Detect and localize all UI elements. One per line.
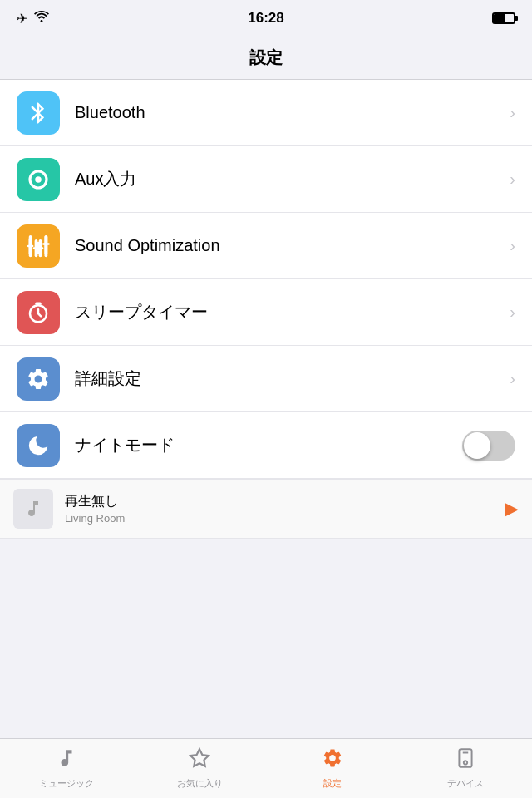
moon-icon bbox=[26, 433, 51, 458]
settings-item-aux[interactable]: Aux入力 › bbox=[0, 146, 532, 213]
aux-icon bbox=[26, 167, 51, 192]
play-button[interactable]: ▶ bbox=[505, 498, 519, 520]
toggle-knob bbox=[464, 432, 490, 459]
chevron-icon: › bbox=[510, 236, 515, 255]
settings-list: Bluetooth › Aux入力 › bbox=[0, 80, 532, 479]
advanced-label: 詳細設定 bbox=[75, 367, 510, 390]
wifi-icon bbox=[34, 11, 49, 26]
timer-icon bbox=[26, 300, 51, 325]
status-time: 16:28 bbox=[248, 10, 283, 27]
chevron-icon: › bbox=[510, 369, 515, 388]
airplane-icon: ✈ bbox=[17, 11, 27, 27]
now-playing-icon bbox=[13, 489, 53, 529]
tab-item-settings[interactable]: 設定 bbox=[266, 739, 399, 798]
battery-icon bbox=[492, 12, 515, 24]
now-playing-text: 再生無し Living Room bbox=[65, 493, 505, 525]
now-playing-subtitle: Living Room bbox=[65, 512, 505, 525]
now-playing-title: 再生無し bbox=[65, 493, 505, 510]
music-note-icon bbox=[23, 499, 43, 519]
nav-bar: 設定 bbox=[0, 37, 532, 80]
settings-tab-label: 設定 bbox=[323, 777, 342, 790]
settings-item-sleep-timer[interactable]: スリープタイマー › bbox=[0, 279, 532, 346]
gear-icon-bg bbox=[17, 357, 60, 401]
tab-item-device[interactable]: デバイス bbox=[399, 739, 532, 798]
chevron-icon: › bbox=[510, 103, 515, 122]
sleep-timer-label: スリープタイマー bbox=[75, 301, 510, 323]
chevron-icon: › bbox=[510, 303, 515, 322]
device-tab-icon bbox=[455, 747, 476, 774]
now-playing-bar[interactable]: 再生無し Living Room ▶ bbox=[0, 479, 532, 539]
settings-item-advanced[interactable]: 詳細設定 › bbox=[0, 346, 532, 412]
favorites-tab-icon bbox=[189, 747, 210, 774]
svg-point-1 bbox=[35, 176, 42, 183]
device-tab-label: デバイス bbox=[447, 777, 484, 790]
status-left: ✈ bbox=[17, 11, 49, 27]
status-right bbox=[492, 12, 515, 24]
bluetooth-icon-bg bbox=[17, 91, 60, 135]
equalizer-icon-bg bbox=[17, 224, 60, 268]
gear-icon bbox=[26, 367, 51, 392]
bluetooth-label: Bluetooth bbox=[75, 103, 510, 122]
equalizer-icon bbox=[26, 234, 51, 259]
aux-label: Aux入力 bbox=[75, 168, 510, 190]
favorites-tab-label: お気に入り bbox=[177, 777, 223, 790]
timer-icon-bg bbox=[17, 291, 60, 334]
tab-item-music[interactable]: ミュージック bbox=[0, 739, 133, 798]
moon-icon-bg bbox=[17, 424, 60, 467]
settings-item-night-mode[interactable]: ナイトモード bbox=[0, 412, 532, 479]
chevron-icon: › bbox=[510, 170, 515, 189]
svg-rect-15 bbox=[35, 302, 42, 304]
page-title: 設定 bbox=[249, 47, 283, 69]
music-tab-label: ミュージック bbox=[39, 777, 94, 790]
aux-icon-bg bbox=[17, 158, 60, 201]
settings-tab-icon bbox=[322, 747, 343, 774]
tab-bar: ミュージック お気に入り 設定 デバイス bbox=[0, 738, 532, 798]
status-bar: ✈ 16:28 bbox=[0, 0, 532, 37]
night-mode-toggle[interactable] bbox=[462, 431, 515, 461]
settings-item-bluetooth[interactable]: Bluetooth › bbox=[0, 80, 532, 146]
svg-marker-16 bbox=[190, 749, 209, 766]
bluetooth-icon bbox=[26, 101, 51, 126]
svg-point-18 bbox=[464, 761, 467, 764]
sound-optimization-label: Sound Optimization bbox=[75, 236, 510, 255]
music-tab-icon bbox=[56, 747, 77, 774]
settings-item-sound-optimization[interactable]: Sound Optimization › bbox=[0, 213, 532, 279]
night-mode-label: ナイトモード bbox=[75, 434, 462, 456]
tab-item-favorites[interactable]: お気に入り bbox=[133, 739, 266, 798]
